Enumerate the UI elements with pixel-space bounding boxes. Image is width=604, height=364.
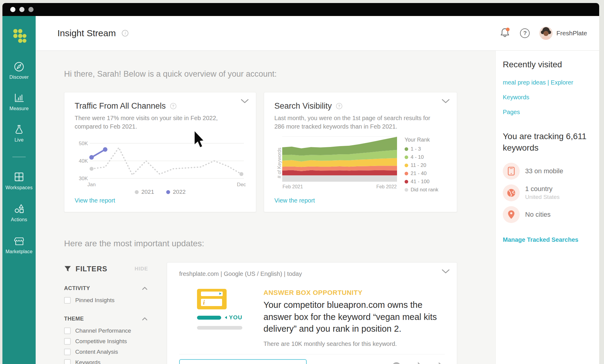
traffic-collapse-button[interactable] [241,99,249,105]
filter-option-label: Channel Performance [75,327,131,334]
svg-text:50K: 50K [79,141,88,146]
avatar [539,27,553,40]
main-content: Hi there, Sarah! Below is a quick overvi… [36,51,496,364]
page-info-icon[interactable]: i [122,30,128,37]
sidebar-item-workspaces[interactable]: Workspaces [5,171,33,190]
sidebar-item-discover[interactable]: Discover [9,61,29,80]
checkbox[interactable] [64,349,71,355]
svg-text:30K: 30K [79,176,88,181]
search-help-icon[interactable]: ? [336,103,342,109]
filters-panel: FILTERS HIDE ACTIVITY [64,262,167,364]
insight-note: There are 10K monthly searches for this … [263,340,440,347]
chevron-down-icon [241,99,249,104]
notifications-button[interactable] [499,27,510,40]
chevron-down-icon [442,99,450,104]
pin-icon[interactable] [412,361,422,364]
account-menu[interactable]: FreshPlate [539,27,587,40]
filter-option-competitive-insights[interactable]: Competitive Insights [64,338,167,345]
theme-collapse-button[interactable] [142,316,147,322]
manage-tracked-searches-link[interactable]: Manage Tracked Searches [503,236,578,243]
sidebar-item-measure[interactable]: Measure [9,92,29,111]
insight-headline: Your competitor blueapron.com owns the a… [263,299,440,335]
sidebar-item-live[interactable]: Live [13,123,25,143]
see-search-results-button[interactable]: See the search results for this keyword [179,359,307,364]
compass-icon [13,61,25,73]
answer-box-graphic: i [197,289,227,309]
notification-badge [506,28,510,31]
legend-item-rank-11-20: 11 - 20 [405,162,438,168]
filter-option-keywords[interactable]: Keywords [64,359,167,364]
legend-item-2021: 2021 [135,189,154,195]
app-window: Discover Measure Live [2,3,599,364]
tracking-item-mobile: 33 on mobile [503,163,593,180]
chevron-down-icon [442,269,450,274]
legend-label: 21 - 40 [411,171,427,177]
page-title: Insight Stream [57,28,116,38]
top-header: Insight Stream i ? [36,16,599,51]
window-close-button[interactable] [10,7,15,12]
insight-update-card: freshplate.com | Google (US / English) |… [167,262,457,364]
legend-item-rank-1-3: 1 - 3 [405,146,438,152]
search-collapse-button[interactable] [442,99,450,105]
insight-collapse-button[interactable] [442,269,450,275]
svg-text:Jan: Jan [87,182,95,187]
right-panel: Recently visited meal prep ideas | Explo… [496,51,599,364]
left-triangle-icon [225,316,227,319]
app-logo[interactable] [11,28,27,45]
share-icon[interactable] [433,361,443,364]
legend-item-did-not-rank: Did not rank [405,187,438,193]
filter-option-label: Content Analysis [75,349,118,355]
checkbox[interactable] [64,327,71,334]
comment-icon[interactable] [392,361,402,364]
filter-option-label: Keywords [75,359,100,364]
filter-option-channel-performance[interactable]: Channel Performance [64,327,167,334]
chevron-up-icon [142,287,147,290]
activity-collapse-button[interactable] [142,286,147,291]
checkbox[interactable] [64,359,71,364]
globe-icon [507,188,516,197]
checkbox[interactable] [64,297,71,304]
recent-link-pages[interactable]: Pages [503,109,593,116]
filter-option-label: Pinned Insights [75,297,115,304]
search-view-report-link[interactable]: View the report [274,197,315,204]
filter-option-pinned-insights[interactable]: Pinned Insights [64,297,167,304]
question-mark-icon: ? [523,30,527,37]
updates-heading: Here are the most important updates: [64,239,496,248]
insight-meta: freshplate.com | Google (US / English) |… [179,270,445,277]
legend-item-2022: 2022 [166,189,186,195]
tracking-item-subtext: United States [525,194,560,200]
sidebar-item-marketplace[interactable]: Marketplace [5,235,32,254]
screenshot-stage: Discover Measure Live [0,0,604,364]
traffic-view-report-link[interactable]: View the report [75,197,115,204]
chevron-up-icon [142,317,147,321]
sidebar-item-label: Actions [11,217,27,222]
legend-dot [405,164,408,167]
tracking-title: You are tracking 6,611 keywords [503,131,593,154]
filter-option-content-analysis[interactable]: Content Analysis [64,349,167,355]
filter-group-activity: ACTIVITY [64,285,90,292]
account-name: FreshPlate [556,30,587,37]
legend-dot [405,180,408,184]
filters-hide-button[interactable]: HIDE [134,266,148,272]
sidebar-item-actions[interactable]: Actions [11,203,27,222]
checkbox[interactable] [64,338,71,345]
recently-visited-title: Recently visited [503,60,593,69]
traffic-card: Traffic From All Channels ? There were 1… [64,92,256,212]
tracking-item-text: 1 country [525,185,560,193]
legend-label: 11 - 20 [411,162,426,168]
traffic-help-icon[interactable]: ? [170,103,176,109]
location-pin-icon [508,210,515,219]
legend-dot-2022 [166,190,170,194]
window-zoom-button[interactable] [28,7,34,12]
traffic-line-chart: 50K40K30KJanDec [75,136,246,187]
recent-link-explorer[interactable]: meal prep ideas | Explorer [503,79,593,86]
sidebar-item-label: Workspaces [5,185,33,190]
filter-group-theme: THEME [64,316,84,322]
window-minimize-button[interactable] [19,7,24,12]
bell-icon [499,27,510,38]
info-glyph: i [203,299,205,306]
traffic-legend: 2021 2022 [75,189,246,195]
sidebar-item-label: Measure [9,106,29,111]
recent-link-keywords[interactable]: Keywords [503,94,593,101]
help-button[interactable]: ? [520,28,530,38]
